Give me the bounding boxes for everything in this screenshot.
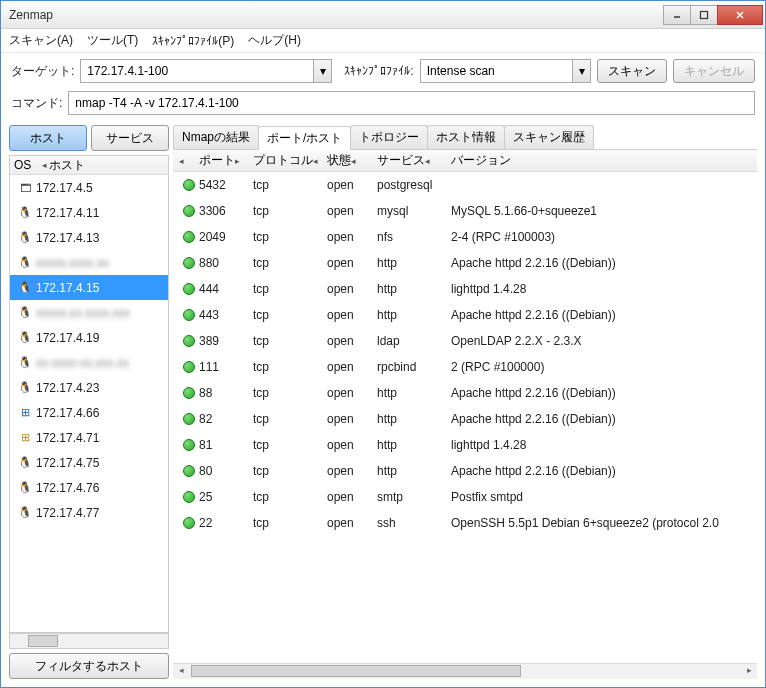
host-row[interactable]: 🐧172.17.4.19: [10, 325, 168, 350]
host-row[interactable]: 🐧172.17.4.76: [10, 475, 168, 500]
cell-protocol: tcp: [253, 386, 327, 400]
scroll-right-icon[interactable]: ▸: [741, 665, 757, 679]
host-row[interactable]: ⊞172.17.4.66: [10, 400, 168, 425]
col-version[interactable]: バージョン: [451, 152, 511, 169]
cell-protocol: tcp: [253, 516, 327, 530]
cell-version: OpenSSH 5.5p1 Debian 6+squeeze2 (protoco…: [451, 516, 757, 530]
tab-hosts[interactable]: ホスト: [9, 125, 87, 151]
port-row[interactable]: 443tcpopenhttpApache httpd 2.2.16 ((Debi…: [173, 302, 757, 328]
host-row[interactable]: 🐧172.17.4.75: [10, 450, 168, 475]
left-scrollbar[interactable]: [9, 633, 169, 649]
col-protocol[interactable]: プロトコル: [253, 152, 313, 169]
host-row[interactable]: 🐧172.17.4.13: [10, 225, 168, 250]
os-icon: 🗔: [14, 182, 36, 194]
host-row[interactable]: ⊞172.17.4.71: [10, 425, 168, 450]
host-row[interactable]: 🐧xx-xxxx-xx.xxx.xx: [10, 350, 168, 375]
right-scrollbar[interactable]: ◂ ▸: [173, 663, 757, 679]
cell-service: http: [377, 256, 451, 270]
col-host[interactable]: ホスト: [47, 157, 85, 174]
open-status-icon: [183, 309, 195, 321]
command-input[interactable]: [68, 91, 755, 115]
status-dot: [179, 257, 199, 269]
host-row[interactable]: 🐧172.17.4.15: [10, 275, 168, 300]
cell-state: open: [327, 516, 377, 530]
col-state[interactable]: 状態: [327, 152, 351, 169]
host-list[interactable]: 🗔172.17.4.5🐧172.17.4.11🐧172.17.4.13🐧xxxx…: [9, 175, 169, 633]
sort-icon: ◂: [179, 156, 184, 166]
port-row[interactable]: 3306tcpopenmysqlMySQL 5.1.66-0+squeeze1: [173, 198, 757, 224]
tab-topology[interactable]: トポロジー: [350, 125, 428, 149]
tab-scans[interactable]: スキャン履歴: [504, 125, 594, 149]
cell-port: 2049: [199, 230, 253, 244]
status-dot: [179, 491, 199, 503]
minimize-button[interactable]: [663, 5, 691, 25]
open-status-icon: [183, 205, 195, 217]
host-name: 172.17.4.23: [36, 381, 99, 395]
tab-nmap-output[interactable]: Nmapの結果: [173, 125, 259, 149]
menu-tools[interactable]: ツール(T): [87, 32, 138, 49]
scroll-left-icon[interactable]: ◂: [173, 665, 189, 679]
titlebar[interactable]: Zenmap: [1, 1, 765, 29]
target-dropdown-icon[interactable]: ▾: [313, 60, 331, 82]
close-button[interactable]: [717, 5, 763, 25]
tab-ports-hosts[interactable]: ポート/ホスト: [258, 126, 351, 150]
cancel-button[interactable]: キャンセル: [673, 59, 755, 83]
port-row[interactable]: 111tcpopenrpcbind2 (RPC #100000): [173, 354, 757, 380]
host-list-header[interactable]: OS ◂ ホスト: [9, 155, 169, 175]
profile-dropdown-icon[interactable]: ▾: [572, 60, 590, 82]
target-input[interactable]: [81, 60, 313, 82]
port-row[interactable]: 444tcpopenhttplighttpd 1.4.28: [173, 276, 757, 302]
port-row[interactable]: 880tcpopenhttpApache httpd 2.2.16 ((Debi…: [173, 250, 757, 276]
status-dot: [179, 413, 199, 425]
port-row[interactable]: 82tcpopenhttpApache httpd 2.2.16 ((Debia…: [173, 406, 757, 432]
cell-service: ssh: [377, 516, 451, 530]
maximize-button[interactable]: [690, 5, 718, 25]
tab-services[interactable]: サービス: [91, 125, 169, 151]
cell-service: http: [377, 308, 451, 322]
port-row[interactable]: 2049tcpopennfs2-4 (RPC #100003): [173, 224, 757, 250]
target-combo[interactable]: ▾: [80, 59, 332, 83]
cell-version: OpenLDAP 2.2.X - 2.3.X: [451, 334, 757, 348]
port-list[interactable]: 5432tcpopenpostgresql3306tcpopenmysqlMyS…: [173, 172, 757, 663]
host-row[interactable]: 🐧172.17.4.11: [10, 200, 168, 225]
port-row[interactable]: 5432tcpopenpostgresql: [173, 172, 757, 198]
host-name: xxxxx.xxxx.xx: [36, 256, 109, 270]
open-status-icon: [183, 179, 195, 191]
menu-help[interactable]: ヘルプ(H): [248, 32, 301, 49]
host-row[interactable]: 🐧xxxxx.xx.xxxx.xxx: [10, 300, 168, 325]
tab-host-details[interactable]: ホスト情報: [427, 125, 505, 149]
port-row[interactable]: 81tcpopenhttplighttpd 1.4.28: [173, 432, 757, 458]
profile-combo[interactable]: ▾: [420, 59, 591, 83]
svg-rect-1: [701, 11, 708, 18]
scan-button[interactable]: スキャン: [597, 59, 667, 83]
status-dot: [179, 465, 199, 477]
host-row[interactable]: 🐧172.17.4.77: [10, 500, 168, 525]
scrollbar-thumb[interactable]: [191, 665, 521, 677]
port-row[interactable]: 25tcpopensmtpPostfix smtpd: [173, 484, 757, 510]
host-row[interactable]: 🐧172.17.4.23: [10, 375, 168, 400]
col-os[interactable]: OS: [10, 158, 40, 172]
menu-profile[interactable]: ｽｷｬﾝﾌﾟﾛﾌｧｲﾙ(P): [152, 34, 234, 48]
profile-input[interactable]: [421, 60, 572, 82]
cell-protocol: tcp: [253, 204, 327, 218]
cell-version: lighttpd 1.4.28: [451, 282, 757, 296]
port-row[interactable]: 22tcpopensshOpenSSH 5.5p1 Debian 6+squee…: [173, 510, 757, 536]
port-row[interactable]: 88tcpopenhttpApache httpd 2.2.16 ((Debia…: [173, 380, 757, 406]
port-row[interactable]: 80tcpopenhttpApache httpd 2.2.16 ((Debia…: [173, 458, 757, 484]
app-window: Zenmap スキャン(A) ツール(T) ｽｷｬﾝﾌﾟﾛﾌｧｲﾙ(P) ヘルプ…: [0, 0, 766, 688]
port-table-header[interactable]: ◂ ポート ▸ プロトコル ◂ 状態 ◂ サービス ◂ バージョン: [173, 150, 757, 172]
cell-protocol: tcp: [253, 360, 327, 374]
menu-scan[interactable]: スキャン(A): [9, 32, 73, 49]
host-row[interactable]: 🐧xxxxx.xxxx.xx: [10, 250, 168, 275]
scroll-track[interactable]: [189, 665, 741, 679]
cell-version: Apache httpd 2.2.16 ((Debian)): [451, 308, 757, 322]
host-row[interactable]: 🗔172.17.4.5: [10, 175, 168, 200]
col-service[interactable]: サービス: [377, 152, 425, 169]
cell-state: open: [327, 178, 377, 192]
filter-hosts-button[interactable]: フィルタするホスト: [9, 653, 169, 679]
col-port[interactable]: ポート: [199, 152, 235, 169]
cell-protocol: tcp: [253, 490, 327, 504]
scrollbar-thumb[interactable]: [28, 635, 58, 647]
cell-version: 2-4 (RPC #100003): [451, 230, 757, 244]
port-row[interactable]: 389tcpopenldapOpenLDAP 2.2.X - 2.3.X: [173, 328, 757, 354]
